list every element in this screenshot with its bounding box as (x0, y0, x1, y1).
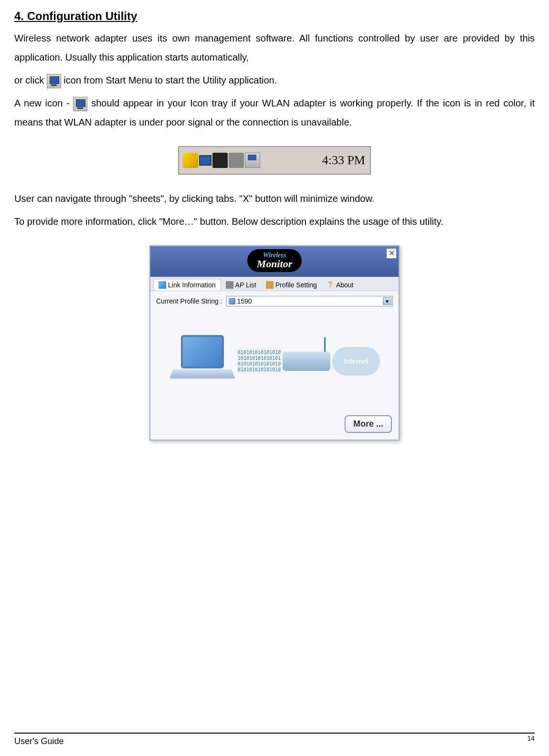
sound-icon (183, 153, 198, 168)
ap-list-icon (226, 281, 233, 289)
tab-profile-label: Profile Setting (275, 281, 317, 289)
profile-dropdown[interactable]: 1590 ▼ (226, 296, 393, 306)
tab-about-label: About (336, 281, 354, 289)
system-tray-screenshot: 4:33 PM (178, 146, 371, 175)
tab-ap-label: AP List (235, 281, 256, 289)
internet-cloud: Internet (332, 347, 380, 376)
tab-ap-list[interactable]: AP List (221, 279, 261, 291)
profile-item-icon (229, 298, 235, 304)
paragraph-2: or click icon from Start Menu to start t… (14, 71, 535, 90)
profile-row: Current Profile String : 1590 ▼ (150, 291, 399, 311)
page-number: 14 (527, 735, 535, 745)
more-button-row: More ... (150, 411, 399, 440)
p3-post: should appear in your Icon tray if your … (14, 98, 535, 127)
p2-pre: or click (14, 75, 47, 85)
monitor-title-logo: Wireless Monitor (247, 249, 302, 272)
footer-guide-label: User's Guide (14, 736, 63, 746)
profile-value: 1590 (237, 297, 252, 305)
tab-link-label: Link Information (168, 281, 216, 289)
tab-profile-setting[interactable]: Profile Setting (261, 279, 322, 291)
network-icon (212, 153, 228, 168)
chevron-down-icon: ▼ (383, 297, 391, 305)
monitor-titlebar: Wireless Monitor ✕ (150, 246, 399, 277)
profile-setting-icon (266, 281, 274, 289)
wireless-monitor-window: Wireless Monitor ✕ Link Information AP L… (149, 245, 400, 441)
p2-post: icon from Start Menu to start the Utilit… (63, 75, 277, 85)
paragraph-1: Wireless network adapter uses its own ma… (14, 29, 535, 67)
section-heading: 4. Configuration Utility (14, 10, 535, 23)
paragraph-5: To provide more information, click "More… (14, 212, 535, 231)
connection-illustration: 010101010101010 101010101010101 01010101… (150, 311, 399, 411)
start-menu-utility-icon (47, 74, 61, 88)
device-icon (229, 153, 244, 168)
antenna-icon (324, 337, 326, 352)
paragraph-3: A new icon - should appear in your Icon … (14, 94, 535, 132)
title-monitor: Monitor (257, 258, 293, 270)
wlan-tray-icon (245, 153, 260, 168)
close-button[interactable]: ✕ (386, 248, 397, 259)
binary-stream: 010101010101010 101010101010101 01010101… (238, 350, 281, 373)
page-footer: User's Guide 14 (14, 733, 535, 746)
tray-wlan-icon (73, 97, 87, 111)
display-icon (199, 155, 211, 166)
tabs-row: Link Information AP List Profile Setting… (150, 277, 399, 291)
about-icon: ? (327, 281, 334, 289)
tab-about[interactable]: ? About (322, 279, 359, 291)
paragraph-4: User can navigate through "sheets", by c… (14, 189, 535, 208)
link-info-icon (158, 281, 166, 289)
profile-label: Current Profile String : (156, 297, 222, 305)
p3-pre: A new icon - (14, 98, 73, 108)
tray-icons-group (180, 148, 280, 173)
tab-link-information[interactable]: Link Information (153, 279, 221, 291)
tray-clock: 4:33 PM (322, 147, 365, 174)
router-graphic (283, 352, 330, 371)
laptop-graphic (169, 335, 236, 388)
more-button[interactable]: More ... (345, 415, 392, 433)
